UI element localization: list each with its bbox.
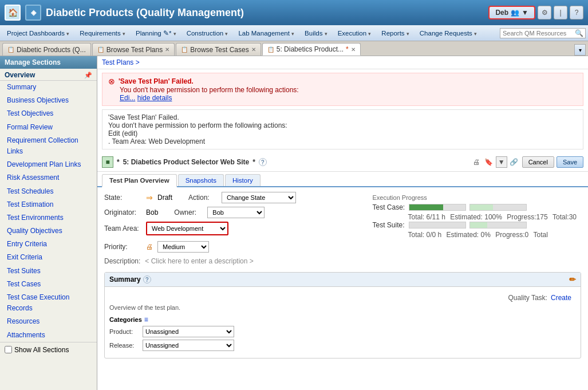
- tab-label-browse-cases: Browse Test Cases: [190, 46, 249, 54]
- categories-row: Categories ≡: [109, 316, 576, 324]
- link-icon[interactable]: 🔗: [508, 156, 520, 168]
- quality-task-row: Quality Task: Create: [109, 291, 576, 304]
- cancel-button[interactable]: Cancel: [522, 156, 554, 168]
- summary-edit-icon[interactable]: ✏: [569, 275, 576, 284]
- help-button[interactable]: ?: [570, 6, 583, 19]
- create-link[interactable]: Create: [551, 294, 571, 302]
- action-select[interactable]: Change State Submit Approve Reject: [222, 192, 296, 203]
- sidebar-item-risk-assessment[interactable]: Risk Assessment: [0, 171, 97, 184]
- team-area-select[interactable]: Web Development QA Team Dev Team: [147, 223, 227, 234]
- tab-test-plan-detail[interactable]: 📋 5: Diabetics Product... * ✕: [262, 43, 361, 56]
- tab-dropdown-button[interactable]: ▾: [574, 44, 586, 56]
- menu-builds[interactable]: Builds ▾: [300, 28, 332, 38]
- search-input[interactable]: [500, 28, 586, 38]
- sidebar-item-formal-review[interactable]: Formal Review: [0, 121, 97, 134]
- plan-title: ■ * 5: Diabetics Product Selector Web Si…: [102, 156, 267, 168]
- user-icon: 👥: [511, 9, 519, 17]
- sidebar-item-exit-criteria[interactable]: Exit Criteria: [0, 251, 97, 264]
- error-edit-link[interactable]: Edi...: [120, 94, 135, 102]
- state-label: State:: [104, 194, 141, 202]
- sidebar: Manage Sections Overview 📌 Summary Busin…: [0, 56, 97, 390]
- team-area-label: Team Area:: [104, 224, 141, 233]
- tab-close-browse-plans[interactable]: ✕: [165, 46, 169, 53]
- release-select[interactable]: Unassigned Release 1.0 Release 2.0: [143, 340, 234, 351]
- test-suite-progress-row: Test Suite:: [372, 221, 577, 229]
- menu-execution[interactable]: Execution ▾: [333, 28, 376, 38]
- sidebar-item-summary[interactable]: Summary: [0, 81, 97, 94]
- overview-label: Overview: [5, 71, 35, 79]
- plan-help-icon[interactable]: ?: [259, 158, 267, 166]
- tab-snapshots[interactable]: Snapshots: [178, 174, 224, 186]
- breadcrumb-link[interactable]: Test Plans >: [102, 58, 140, 66]
- detail-line2: You don't have permission to perform the…: [108, 121, 577, 129]
- tab-browse-test-cases[interactable]: 📋 Browse Test Cases ✕: [176, 43, 261, 56]
- toolbar-icons: 🖨 🔖 ▼ 🔗: [471, 156, 520, 168]
- summary-title: Summary: [109, 275, 141, 283]
- sidebar-item-business-objectives[interactable]: Business Objectives: [0, 94, 97, 107]
- sidebar-item-test-objectives[interactable]: Test Objectives: [0, 107, 97, 120]
- categories-icon: ≡: [144, 316, 148, 324]
- test-suite-bar2-bg: [469, 222, 527, 229]
- menu-icon[interactable]: ▼: [496, 156, 507, 168]
- sidebar-item-entry-criteria[interactable]: Entry Criteria: [0, 238, 97, 251]
- summary-help-icon[interactable]: ?: [143, 275, 151, 283]
- sidebar-item-test-estimation[interactable]: Test Estimation: [0, 198, 97, 211]
- show-all-sections-checkbox[interactable]: [5, 346, 12, 353]
- sidebar-item-test-environments[interactable]: Test Environments: [0, 211, 97, 224]
- tab-test-plan-overview[interactable]: Test Plan Overview: [102, 174, 177, 187]
- detail-line3: Edit (edit): [108, 129, 577, 137]
- execution-progress: Execution Progress Test Case: Total: 6/1…: [368, 192, 581, 241]
- sidebar-section-overview: Overview 📌: [0, 69, 97, 81]
- user-chevron: ▼: [522, 9, 528, 17]
- menu-planning[interactable]: Planning ✎* ▾: [131, 27, 181, 39]
- menu-lab-management[interactable]: Lab Management ▾: [234, 28, 299, 38]
- app-title: Diabetic Products (Quality Management): [46, 7, 244, 19]
- priority-select[interactable]: Medium Low High: [157, 241, 209, 253]
- menu-construction[interactable]: Construction ▾: [182, 28, 233, 38]
- sidebar-item-test-cases[interactable]: Test Cases: [0, 278, 97, 291]
- save-button[interactable]: Save: [557, 156, 583, 168]
- categories-label: Categories: [109, 316, 142, 323]
- product-label: Product:: [109, 328, 138, 335]
- sidebar-item-attachments[interactable]: Attachments: [0, 329, 97, 342]
- form-row-team-area: Team Area: Web Development QA Team Dev T…: [104, 222, 361, 235]
- description-placeholder[interactable]: < Click here to enter a description >: [145, 257, 253, 265]
- tab-history[interactable]: History: [225, 174, 261, 186]
- tab-icon-browse-cases: 📋: [181, 46, 188, 53]
- sidebar-item-resources[interactable]: Resources: [0, 315, 97, 328]
- sidebar-footer: Show All Sections: [0, 342, 97, 357]
- tab-bar: 📋 Diabetic Products (Q... 📋 Browse Test …: [0, 41, 588, 56]
- detail-line4: . Team Area: Web Development: [108, 137, 577, 145]
- sidebar-item-test-suites[interactable]: Test Suites: [0, 265, 97, 278]
- tab-browse-test-plans[interactable]: 📋 Browse Test Plans ✕: [92, 43, 175, 56]
- sidebar-item-test-schedules[interactable]: Test Schedules: [0, 185, 97, 198]
- tab-diabetic-products[interactable]: 📋 Diabetic Products (Q...: [2, 43, 91, 56]
- test-suite-progress-val: Progress:0: [495, 231, 528, 239]
- menu-change-requests[interactable]: Change Requests ▾: [415, 28, 482, 38]
- summary-header-right: ✏: [569, 275, 576, 284]
- error-title: 'Save Test Plan' Failed.: [119, 77, 194, 85]
- gear-button[interactable]: ⚙: [538, 6, 551, 19]
- menu-reports[interactable]: Reports ▾: [377, 28, 413, 38]
- error-hide-link[interactable]: hide details: [137, 94, 172, 102]
- sidebar-item-dev-plan[interactable]: Development Plan Links: [0, 158, 97, 171]
- user-button[interactable]: Deb 👥 ▼: [488, 6, 535, 19]
- title-bar-right: Deb 👥 ▼ ⚙ | ?: [488, 6, 583, 19]
- bookmark-icon[interactable]: 🔖: [483, 156, 495, 168]
- plan-form: State: ⇒ Draft Action: Change State Subm…: [104, 192, 361, 241]
- owner-select[interactable]: Bob Alice Charlie: [207, 207, 265, 218]
- menu-project-dashboards[interactable]: Project Dashboards ▾: [2, 28, 74, 38]
- tab-close-detail[interactable]: ✕: [351, 46, 356, 53]
- sidebar-item-quality-objectives[interactable]: Quality Objectives: [0, 224, 97, 238]
- print-icon[interactable]: 🖨: [471, 156, 482, 168]
- pin-icon[interactable]: 📌: [84, 72, 92, 79]
- product-select[interactable]: Unassigned Product A Product B: [143, 326, 234, 337]
- home-icon[interactable]: 🏠: [5, 5, 21, 21]
- menu-requirements[interactable]: Requirements ▾: [75, 28, 130, 38]
- plan-actions: 🖨 🔖 ▼ 🔗 Cancel Save: [471, 156, 583, 168]
- tab-close-browse-cases[interactable]: ✕: [251, 46, 256, 53]
- sidebar-item-req-collection[interactable]: Requirement Collection Links: [0, 134, 97, 158]
- test-suite-label: Test Suite:: [372, 221, 407, 229]
- sidebar-item-test-case-exec[interactable]: Test Case Execution Records: [0, 291, 97, 315]
- summary-section: Summary ? ✏ Quality Task: Create Overvie…: [104, 272, 581, 359]
